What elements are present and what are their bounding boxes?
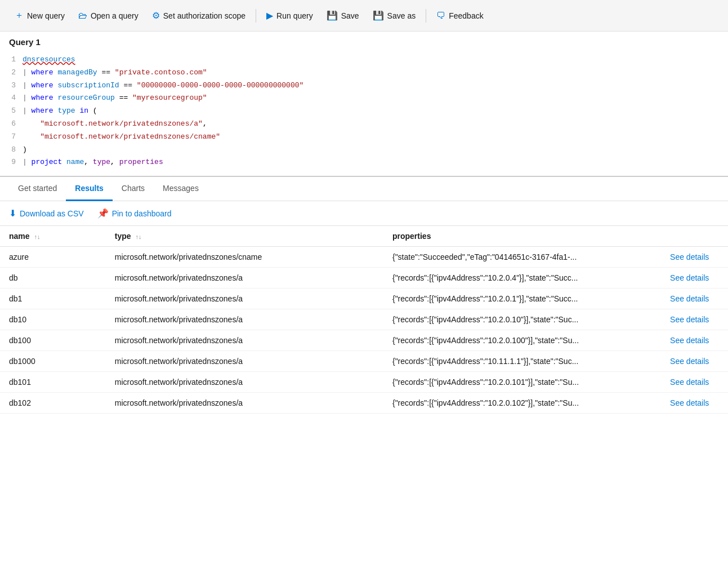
run-query-button[interactable]: ▶ Run query bbox=[261, 7, 319, 24]
see-details-link-0[interactable]: See details bbox=[670, 252, 709, 261]
line-num-4: 4 bbox=[0, 92, 23, 104]
table-row: db10 microsoft.network/privatednszones/a… bbox=[0, 309, 728, 330]
line-content-2: | where managedBy == "private.contoso.co… bbox=[23, 67, 728, 79]
cell-action-0: See details bbox=[661, 247, 728, 268]
code-editor[interactable]: 1 dnsresources 2 | where managedBy == "p… bbox=[0, 49, 728, 176]
cell-properties-7: {"records":[{"ipv4Address":"10.2.0.102"}… bbox=[383, 393, 661, 414]
cell-properties-6: {"records":[{"ipv4Address":"10.2.0.101"}… bbox=[383, 372, 661, 393]
plus-icon: ＋ bbox=[15, 10, 24, 21]
cell-type-1: microsoft.network/privatednszones/a bbox=[106, 268, 383, 289]
see-details-link-7[interactable]: See details bbox=[670, 398, 709, 407]
results-section: Get started Results Charts Messages ⬇ Do… bbox=[0, 177, 728, 414]
results-table: name ↑↓ type ↑↓ properties azure microso… bbox=[0, 225, 728, 414]
open-query-label: Open a query bbox=[91, 11, 139, 20]
cell-action-3: See details bbox=[661, 309, 728, 330]
cell-action-6: See details bbox=[661, 372, 728, 393]
code-line-9: 9 | project name, type, properties bbox=[0, 156, 728, 169]
cell-action-4: See details bbox=[661, 330, 728, 351]
table-row: db101 microsoft.network/privatednszones/… bbox=[0, 372, 728, 393]
col-header-properties: properties bbox=[383, 226, 661, 247]
set-auth-button[interactable]: ⚙ Set authorization scope bbox=[146, 7, 251, 24]
line-num-5: 5 bbox=[0, 105, 23, 117]
line-content-7: "microsoft.network/privatednszones/cname… bbox=[23, 131, 728, 143]
see-details-link-1[interactable]: See details bbox=[670, 273, 709, 282]
pin-icon: 📌 bbox=[97, 208, 109, 219]
cell-action-1: See details bbox=[661, 268, 728, 289]
table-row: db1 microsoft.network/privatednszones/a … bbox=[0, 289, 728, 309]
cell-type-2: microsoft.network/privatednszones/a bbox=[106, 289, 383, 309]
line-content-8: ) bbox=[23, 144, 728, 156]
code-line-6: 6 "microsoft.network/privatednszones/a", bbox=[0, 118, 728, 131]
line-content-5: | where type in ( bbox=[23, 105, 728, 117]
cell-properties-4: {"records":[{"ipv4Address":"10.2.0.100"}… bbox=[383, 330, 661, 351]
feedback-button[interactable]: 🗨 Feedback bbox=[431, 7, 489, 24]
tab-results[interactable]: Results bbox=[66, 177, 113, 201]
cell-action-5: See details bbox=[661, 351, 728, 372]
set-auth-label: Set authorization scope bbox=[163, 11, 245, 20]
cell-action-2: See details bbox=[661, 289, 728, 309]
table-header-row: name ↑↓ type ↑↓ properties bbox=[0, 226, 728, 247]
sort-name-icon: ↑↓ bbox=[34, 233, 40, 240]
code-line-4: 4 | where resourceGroup == "myresourcegr… bbox=[0, 92, 728, 105]
cell-type-4: microsoft.network/privatednszones/a bbox=[106, 330, 383, 351]
col-header-type[interactable]: type ↑↓ bbox=[106, 226, 383, 247]
cell-type-5: microsoft.network/privatednszones/a bbox=[106, 351, 383, 372]
cell-action-7: See details bbox=[661, 393, 728, 414]
table-row: azure microsoft.network/privatednszones/… bbox=[0, 247, 728, 268]
see-details-link-2[interactable]: See details bbox=[670, 294, 709, 303]
cell-name-5: db1000 bbox=[0, 351, 106, 372]
separator-2 bbox=[426, 9, 426, 23]
code-line-3: 3 | where subscriptionId == "00000000-00… bbox=[0, 79, 728, 92]
query-section: Query 1 1 dnsresources 2 | where managed… bbox=[0, 32, 728, 177]
tab-charts[interactable]: Charts bbox=[113, 177, 154, 201]
table-row: db microsoft.network/privatednszones/a {… bbox=[0, 268, 728, 289]
feedback-icon: 🗨 bbox=[436, 11, 445, 21]
cell-type-3: microsoft.network/privatednszones/a bbox=[106, 309, 383, 330]
cell-name-3: db10 bbox=[0, 309, 106, 330]
download-csv-button[interactable]: ⬇ Download as CSV bbox=[9, 208, 84, 219]
save-label: Save bbox=[341, 11, 359, 20]
save-button[interactable]: 💾 Save bbox=[321, 7, 365, 24]
line-num-3: 3 bbox=[0, 80, 23, 92]
see-details-link-5[interactable]: See details bbox=[670, 357, 709, 366]
see-details-link-6[interactable]: See details bbox=[670, 378, 709, 387]
gear-icon: ⚙ bbox=[152, 10, 160, 21]
run-query-label: Run query bbox=[276, 11, 313, 20]
line-content-1: dnsresources bbox=[23, 54, 728, 66]
cell-type-7: microsoft.network/privatednszones/a bbox=[106, 393, 383, 414]
line-content-3: | where subscriptionId == "00000000-0000… bbox=[23, 80, 728, 92]
new-query-button[interactable]: ＋ New query bbox=[9, 6, 70, 25]
cell-name-0: azure bbox=[0, 247, 106, 268]
see-details-link-4[interactable]: See details bbox=[670, 336, 709, 345]
cell-properties-1: {"records":[{"ipv4Address":"10.2.0.4"}],… bbox=[383, 268, 661, 289]
tab-get-started[interactable]: Get started bbox=[9, 177, 66, 201]
cell-type-6: microsoft.network/privatednszones/a bbox=[106, 372, 383, 393]
download-csv-label: Download as CSV bbox=[20, 209, 84, 218]
actions-row: ⬇ Download as CSV 📌 Pin to dashboard bbox=[0, 201, 728, 225]
line-num-8: 8 bbox=[0, 144, 23, 156]
tab-messages[interactable]: Messages bbox=[154, 177, 208, 201]
open-query-button[interactable]: 🗁 Open a query bbox=[73, 7, 144, 24]
see-details-link-3[interactable]: See details bbox=[670, 315, 709, 324]
folder-icon: 🗁 bbox=[78, 11, 87, 21]
line-num-9: 9 bbox=[0, 157, 23, 168]
pin-dashboard-button[interactable]: 📌 Pin to dashboard bbox=[97, 208, 172, 219]
cell-name-4: db100 bbox=[0, 330, 106, 351]
separator-1 bbox=[256, 9, 256, 23]
code-line-5: 5 | where type in ( bbox=[0, 105, 728, 118]
col-header-name[interactable]: name ↑↓ bbox=[0, 226, 106, 247]
cell-properties-2: {"records":[{"ipv4Address":"10.2.0.1"}],… bbox=[383, 289, 661, 309]
table-row: db100 microsoft.network/privatednszones/… bbox=[0, 330, 728, 351]
save-icon: 💾 bbox=[327, 10, 338, 21]
table-row: db102 microsoft.network/privatednszones/… bbox=[0, 393, 728, 414]
new-query-label: New query bbox=[27, 11, 65, 20]
code-line-2: 2 | where managedBy == "private.contoso.… bbox=[0, 66, 728, 79]
tabs-row: Get started Results Charts Messages bbox=[0, 177, 728, 201]
download-icon: ⬇ bbox=[9, 208, 16, 219]
cell-properties-3: {"records":[{"ipv4Address":"10.2.0.10"}]… bbox=[383, 309, 661, 330]
col-header-action bbox=[661, 226, 728, 247]
line-num-7: 7 bbox=[0, 131, 23, 143]
play-icon: ▶ bbox=[266, 10, 273, 21]
save-as-button[interactable]: 💾 Save as bbox=[367, 7, 422, 24]
cell-properties-5: {"records":[{"ipv4Address":"10.11.1.1"}]… bbox=[383, 351, 661, 372]
